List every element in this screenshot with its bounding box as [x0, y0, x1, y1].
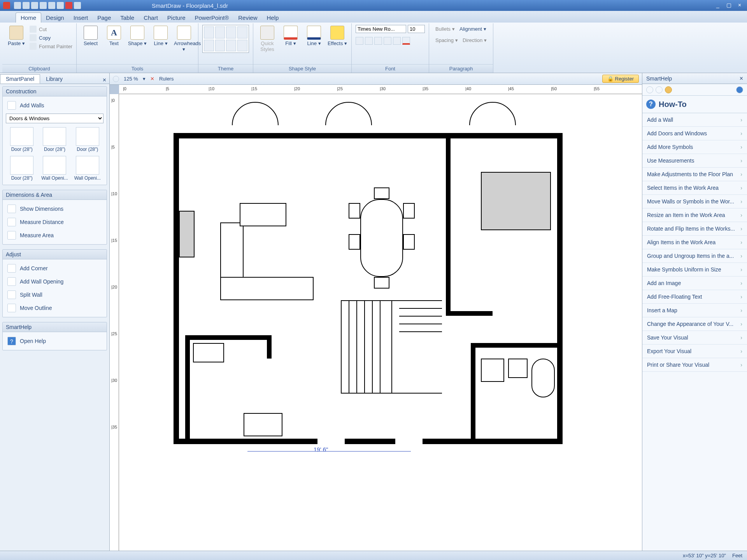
door-shape-4[interactable]: Door (28") [6, 154, 38, 182]
add-corner-button[interactable]: Add Corner [6, 262, 103, 275]
close-button[interactable]: × [735, 2, 744, 9]
fill-button[interactable]: Fill ▾ [281, 25, 301, 46]
howto-item[interactable]: Make Adjustments to the Floor Plan [642, 168, 747, 181]
tab-page[interactable]: Page [93, 13, 116, 23]
text-button[interactable]: AText [104, 25, 124, 46]
select-button[interactable]: Select [81, 25, 101, 46]
door-shape-1[interactable]: Door (28") [6, 126, 38, 154]
measure-area-button[interactable]: Measure Area [6, 229, 103, 242]
font-family-select[interactable] [356, 25, 406, 33]
tab-design[interactable]: Design [41, 13, 69, 23]
wall-opening-2[interactable]: Wall Openi... [72, 154, 103, 182]
nav-info-icon[interactable] [736, 86, 743, 93]
add-wall-opening-button[interactable]: Add Wall Opening [6, 275, 103, 288]
register-button[interactable]: 🔒 Register [602, 75, 639, 83]
howto-item[interactable]: Move Walls or Symbols in the Wor... [642, 195, 747, 208]
zoom-icon[interactable] [113, 76, 119, 82]
chair[interactable] [403, 234, 415, 250]
howto-item[interactable]: Save Your Visual [642, 331, 747, 345]
floorplan[interactable]: 19' 6" [174, 125, 563, 452]
open-help-button[interactable]: ?Open Help [6, 334, 103, 348]
tab-home[interactable]: Home [16, 12, 41, 23]
sink[interactable] [193, 343, 224, 362]
drawing-canvas[interactable]: 19' 6" [119, 94, 642, 551]
copy-button[interactable]: Copy [30, 33, 72, 42]
minimize-button[interactable]: _ [714, 2, 722, 9]
doors-windows-select[interactable]: Doors & Windows [6, 114, 103, 123]
sofa-bottom[interactable] [220, 277, 314, 300]
tab-help[interactable]: Help [262, 13, 283, 23]
tab-powerpoint[interactable]: PowerPoint® [190, 13, 234, 23]
wall-opening-1[interactable]: Wall Openi... [39, 154, 70, 182]
tab-table[interactable]: Table [116, 13, 139, 23]
show-dimensions-button[interactable]: Show Dimensions [6, 202, 103, 215]
howto-item[interactable]: Resize an Item in the Work Area [642, 208, 747, 222]
howto-item[interactable]: Use Measurements [642, 154, 747, 168]
howto-item[interactable]: Add Free-Floating Text [642, 290, 747, 304]
qat-new-icon[interactable] [14, 2, 21, 9]
tab-chart[interactable]: Chart [139, 13, 163, 23]
qat-save-icon[interactable] [31, 2, 38, 9]
shrink-font-icon[interactable] [393, 37, 401, 45]
door-shape-3[interactable]: Door (28") [72, 126, 103, 154]
line-button[interactable]: Line ▾ [151, 25, 171, 46]
coffee-table[interactable] [240, 203, 286, 226]
smartpanel-tab[interactable]: SmartPanel [0, 74, 40, 84]
move-outline-button[interactable]: Move Outline [6, 301, 103, 315]
qat-print-icon[interactable] [40, 2, 47, 9]
howto-item[interactable]: Add Doors and Windows [642, 127, 747, 140]
howto-item[interactable]: Change the Appearance of Your V... [642, 317, 747, 331]
howto-item[interactable]: Select Items in the Work Area [642, 181, 747, 195]
shape-button[interactable]: Shape ▾ [127, 25, 147, 46]
vanity[interactable] [481, 359, 504, 382]
bold-icon[interactable] [356, 37, 363, 45]
howto-item[interactable]: Align Items in the Work Area [642, 236, 747, 249]
tab-insert[interactable]: Insert [69, 13, 93, 23]
right-panel-close-icon[interactable]: × [740, 75, 743, 82]
howto-item[interactable]: Print or Share Your Visual [642, 358, 747, 372]
howto-item[interactable]: Make Symbols Uniform in Size [642, 263, 747, 276]
nav-forward-icon[interactable] [656, 86, 663, 93]
chair[interactable] [349, 203, 360, 219]
maximize-button[interactable]: ▢ [724, 2, 733, 9]
chair[interactable] [349, 234, 360, 250]
qat-email-icon[interactable] [65, 2, 72, 9]
font-color-icon[interactable] [402, 37, 410, 45]
library-tab[interactable]: Library [40, 74, 68, 84]
split-wall-button[interactable]: Split Wall [6, 288, 103, 301]
effects-button[interactable]: Effects ▾ [327, 25, 347, 46]
alignment-button[interactable]: Alignment ▾ [457, 25, 489, 33]
add-walls-button[interactable]: Add Walls [6, 99, 103, 112]
theme-gallery[interactable] [202, 25, 249, 53]
arrowheads-button[interactable]: Arrowheads ▾ [174, 25, 194, 52]
chair[interactable] [403, 203, 415, 219]
qat-redo-icon[interactable] [57, 2, 64, 9]
stove[interactable] [244, 413, 282, 436]
howto-item[interactable]: Add an Image [642, 276, 747, 290]
paste-button[interactable]: Paste ▾ [6, 25, 26, 46]
tab-review[interactable]: Review [233, 13, 262, 23]
rulers-toggle[interactable]: Rulers [159, 76, 174, 82]
bathtub[interactable] [531, 359, 555, 397]
qat-undo-icon[interactable] [48, 2, 55, 9]
howto-item[interactable]: Export Your Visual [642, 345, 747, 358]
nav-home-icon[interactable] [665, 86, 672, 93]
grow-font-icon[interactable] [384, 37, 391, 45]
howto-item[interactable]: Add More Symbols [642, 140, 747, 154]
howto-item[interactable]: Add a Wall [642, 113, 747, 127]
bed[interactable] [481, 172, 551, 230]
zoom-level[interactable]: 125 % [124, 76, 138, 82]
font-size-select[interactable] [408, 25, 425, 33]
left-panel-close-icon[interactable]: × [100, 77, 109, 84]
italic-icon[interactable] [365, 37, 373, 45]
fireplace[interactable] [179, 211, 195, 257]
underline-icon[interactable] [374, 37, 382, 45]
dining-table[interactable] [360, 199, 403, 277]
tab-picture[interactable]: Picture [163, 13, 190, 23]
line-style-button[interactable]: Line ▾ [304, 25, 324, 46]
chair[interactable] [374, 187, 389, 199]
howto-item[interactable]: Rotate and Flip Items in the Works... [642, 222, 747, 236]
qat-help-icon[interactable] [74, 2, 81, 9]
chair[interactable] [374, 277, 389, 289]
nav-back-icon[interactable] [646, 86, 653, 93]
